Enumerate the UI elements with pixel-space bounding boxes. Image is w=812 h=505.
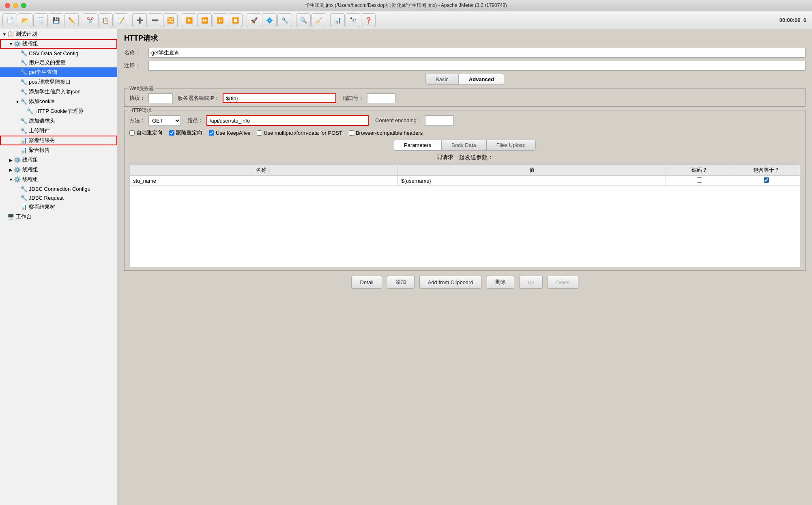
tree-label-add-student: 添加学生信息入参json: [29, 88, 81, 95]
tree-arrow-thread2[interactable]: ▶: [8, 158, 14, 162]
tab-parameters[interactable]: Parameters: [394, 140, 441, 151]
sidebar-item-get-student[interactable]: 🔧get学生查询: [0, 67, 117, 77]
tree-arrow-thread1[interactable]: ▼: [8, 42, 14, 46]
stop-button[interactable]: ⏹️: [228, 13, 243, 27]
sidebar-item-vars[interactable]: 🔧用户定义的变量: [0, 58, 117, 67]
sidebar-item-add-cookie[interactable]: ▼🔧添加cookie: [0, 97, 117, 106]
keepalive-checkbox[interactable]: [209, 130, 214, 136]
encode-checkbox[interactable]: [697, 177, 702, 183]
sidebar-item-add-student[interactable]: 🔧添加学生信息入参json: [0, 87, 117, 97]
remove-button[interactable]: ➖: [148, 13, 162, 27]
add-param-button[interactable]: 添加: [387, 276, 415, 289]
cut-button[interactable]: ✂️: [83, 13, 97, 27]
run-nopause-button[interactable]: ⏩: [197, 13, 212, 27]
down-button[interactable]: Down: [548, 276, 578, 289]
delete-button[interactable]: 删除: [487, 276, 514, 289]
tree-label-add-header: 添加请求头: [29, 117, 55, 125]
tree-label-view-results: 察看结果树: [29, 137, 55, 144]
sidebar-item-thread1[interactable]: ▼⚙️线程组: [0, 39, 117, 49]
move-button[interactable]: 🔀: [163, 13, 178, 27]
method-select[interactable]: GET POST PUT DELETE: [148, 115, 181, 126]
params-title: 同请求一起发送参数：: [129, 154, 800, 161]
sidebar-item-add-header[interactable]: 🔧添加请求头: [0, 116, 117, 126]
browser-compat-checkbox[interactable]: [349, 130, 354, 136]
minimize-button[interactable]: [13, 3, 18, 8]
open-button[interactable]: 📂: [18, 13, 32, 27]
encoding-input[interactable]: [425, 115, 453, 126]
tab-files-upload[interactable]: Files Upload: [486, 140, 536, 151]
include-equals-checkbox[interactable]: [764, 177, 769, 183]
copy-button[interactable]: 📋: [98, 13, 113, 27]
multipart-checkbox-label[interactable]: Use multipart/form-data for POST: [257, 130, 342, 136]
sidebar-item-view-results[interactable]: 📊察看结果树: [0, 136, 117, 145]
tree-arrow-thread4[interactable]: ▼: [8, 177, 14, 182]
name-input[interactable]: [148, 48, 806, 58]
run-button[interactable]: ▶️: [182, 13, 196, 27]
add-button[interactable]: ➕: [132, 13, 147, 27]
browser-compat-checkbox-label[interactable]: Browser-compatible headers: [349, 130, 423, 136]
follow-redirect-checkbox-label[interactable]: 跟随重定向: [169, 129, 202, 136]
tree-icon-thread2: ⚙️: [14, 157, 21, 163]
sidebar-item-view-results2[interactable]: 📊察看结果树: [0, 202, 117, 212]
sidebar-item-workbench[interactable]: 🖥️工作台: [0, 212, 117, 222]
multipart-checkbox[interactable]: [257, 130, 262, 136]
tree-arrow-add-cookie[interactable]: ▼: [15, 99, 20, 104]
server-row: 协议： 服务器名称或IP： 端口号：: [129, 93, 800, 103]
sidebar-item-aggregate[interactable]: 📊聚合报告: [0, 145, 117, 155]
remote-stop-button[interactable]: 🔧: [277, 13, 292, 27]
keepalive-checkbox-label[interactable]: Use KeepAlive: [209, 130, 250, 136]
sidebar-item-thread2[interactable]: ▶⚙️线程组: [0, 155, 117, 165]
maximize-button[interactable]: [21, 3, 26, 8]
server-label: 服务器名称或IP：: [178, 95, 219, 102]
tree-icon-add-header: 🔧: [20, 118, 27, 124]
sidebar-item-csv[interactable]: 🔧CSV Data Set Config: [0, 49, 117, 58]
function-helper-button[interactable]: 🔭: [346, 13, 360, 27]
tab-advanced[interactable]: Advanced: [459, 74, 504, 85]
redirect-checkbox-label[interactable]: 自动重定向: [129, 129, 163, 136]
tree-icon-thread1: ⚙️: [14, 41, 21, 47]
clear-button[interactable]: 🧹: [311, 13, 326, 27]
save-template-button[interactable]: 🗒️: [33, 13, 48, 27]
tree-label-csv: CSV Data Set Config: [29, 50, 78, 56]
report-button[interactable]: 📊: [330, 13, 345, 27]
port-input[interactable]: [367, 93, 395, 103]
method-path-row: 方法： GET POST PUT DELETE 路径： Content enco…: [129, 115, 800, 126]
port-label: 端口号：: [343, 95, 364, 102]
tree-arrow-thread3[interactable]: ▶: [8, 168, 14, 172]
tab-basic[interactable]: Basic: [425, 74, 459, 85]
edit-button[interactable]: ✏️: [64, 13, 79, 27]
sidebar-item-jdbc-config[interactable]: 🔧JDBC Connection Configu: [0, 184, 117, 193]
search-button[interactable]: 🔍: [296, 13, 311, 27]
save-button[interactable]: 💾: [49, 13, 63, 27]
sidebar-item-post-login[interactable]: 🔧post请求登陆接口: [0, 77, 117, 87]
sidebar-item-plan[interactable]: ▼📋测试计划: [0, 29, 117, 39]
up-button[interactable]: Up: [519, 276, 543, 289]
add-clipboard-button[interactable]: Add from Clipboard: [419, 276, 482, 289]
paste-button[interactable]: 📝: [114, 13, 128, 27]
remote-options-button[interactable]: 💠: [262, 13, 277, 27]
sidebar-item-upload[interactable]: 🔧上传附件: [0, 126, 117, 136]
tab-body-data[interactable]: Body Data: [441, 140, 486, 151]
sidebar-item-jdbc-request[interactable]: 🔧JDBC Request: [0, 193, 117, 202]
comment-input[interactable]: [148, 61, 806, 71]
sidebar-item-http-cookie[interactable]: 🔧HTTP Cookie 管理器: [0, 106, 117, 116]
protocol-input[interactable]: [148, 93, 173, 103]
help-button[interactable]: ❓: [361, 13, 376, 27]
tree-arrow-plan[interactable]: ▼: [2, 32, 7, 37]
pause-button[interactable]: ⏸️: [213, 13, 227, 27]
server-input[interactable]: [223, 93, 336, 103]
new-button[interactable]: 📄: [2, 13, 17, 27]
close-button[interactable]: [5, 3, 10, 8]
sidebar-item-thread3[interactable]: ▶⚙️线程组: [0, 165, 117, 175]
redirect-checkbox[interactable]: [129, 130, 135, 136]
detail-button[interactable]: Detail: [351, 276, 382, 289]
follow-redirect-checkbox[interactable]: [169, 130, 174, 136]
remote-run-button[interactable]: 🚀: [247, 13, 261, 27]
sidebar-item-thread4[interactable]: ▼⚙️线程组: [0, 175, 117, 184]
param-value-cell: ${username}: [398, 176, 666, 186]
param-include-equals-cell: [733, 176, 800, 186]
tree-icon-plan: 📋: [7, 31, 14, 37]
path-input[interactable]: [206, 115, 369, 126]
tree-label-thread2: 线程组: [22, 156, 38, 164]
name-row: 名称：: [124, 48, 806, 58]
